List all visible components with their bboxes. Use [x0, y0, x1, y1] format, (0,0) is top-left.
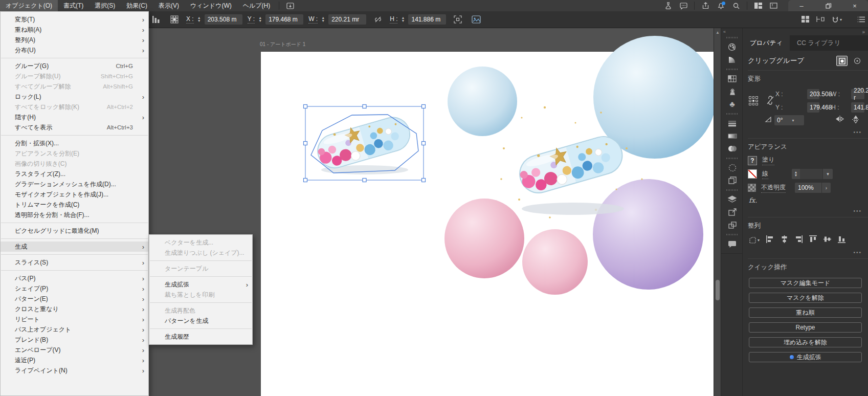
- menu-window[interactable]: ウィンドウ(W): [185, 0, 237, 11]
- menu-item-lock[interactable]: ロック(L)›: [1, 92, 148, 102]
- menu-item-objects-on-path[interactable]: パス上オブジェクト›: [1, 324, 148, 335]
- align-center-horizontal-icon[interactable]: [781, 235, 788, 245]
- menu-item-repeat[interactable]: リピート›: [1, 314, 148, 324]
- release-mask-button[interactable]: マスクを解除: [749, 293, 862, 303]
- scroll-up-icon[interactable]: ▲: [716, 30, 720, 35]
- menu-item-hide[interactable]: 隠す(H)›: [1, 112, 148, 122]
- arrange-documents-icon[interactable]: [802, 15, 809, 25]
- dock-grip[interactable]: [726, 189, 738, 191]
- stroke-panel-icon[interactable]: [721, 117, 743, 129]
- transparency-icon[interactable]: [721, 142, 743, 155]
- capsule-illustration-image[interactable]: [473, 87, 688, 240]
- submenu-item-generate-pattern[interactable]: パターンを生成: [149, 316, 252, 326]
- align-more-options[interactable]: •••: [743, 249, 868, 258]
- menu-item-blend[interactable]: ブレンド(B)›: [1, 335, 148, 345]
- menu-item-transform[interactable]: 変形(T)›: [1, 14, 148, 25]
- submenu-item-generative-expand[interactable]: 生成拡張›: [149, 279, 252, 290]
- pathfinder-icon[interactable]: [721, 161, 743, 174]
- swatch-grid-icon[interactable]: [721, 72, 743, 85]
- beta-flask-icon[interactable]: [660, 0, 676, 11]
- menu-item-slice[interactable]: スライス(S)›: [1, 257, 148, 268]
- isolate-target-icon[interactable]: [852, 56, 863, 66]
- fill-label[interactable]: 塗り: [762, 156, 774, 165]
- dock-grip[interactable]: [726, 113, 738, 115]
- gradient-bar-icon[interactable]: [721, 129, 743, 142]
- minimize-button[interactable]: –: [788, 0, 815, 11]
- comments-icon[interactable]: [721, 237, 743, 250]
- w-input[interactable]: 220.21 mr: [328, 14, 366, 25]
- dock-grip[interactable]: [726, 37, 738, 38]
- y-input[interactable]: 179.468: [807, 102, 819, 113]
- menu-item-pattern[interactable]: パターン(E)›: [1, 294, 148, 304]
- align-to-selection-dropdown[interactable]: ▾: [749, 236, 760, 244]
- gradient-panel-icon[interactable]: [721, 53, 743, 66]
- opacity-options-icon[interactable]: ›: [821, 183, 831, 193]
- h-input[interactable]: 141.886: [851, 102, 864, 113]
- menu-item-pixel-grid[interactable]: ピクセルグリッドに最適化(M): [1, 226, 148, 236]
- symbols-icon[interactable]: ♣: [721, 98, 743, 111]
- scale-corners-icon[interactable]: [451, 15, 464, 24]
- menu-item-arrange[interactable]: 重ね順(A)›: [1, 25, 148, 35]
- menu-object[interactable]: オブジェクト(O): [0, 0, 58, 11]
- reference-point-icon[interactable]: [168, 15, 181, 24]
- y-label[interactable]: Y :: [248, 15, 255, 24]
- w-stepper[interactable]: ▲▼: [320, 14, 326, 25]
- asset-export-icon[interactable]: [721, 218, 743, 231]
- x-stepper[interactable]: ▲▼: [196, 14, 203, 25]
- menu-item-distribute[interactable]: 分布(U)›: [1, 45, 148, 55]
- align-top-icon[interactable]: [809, 235, 817, 245]
- submenu-item-generation-history[interactable]: 生成履歴: [149, 332, 252, 342]
- panel-layout-icon[interactable]: [766, 0, 781, 11]
- unlink-dimensions-icon[interactable]: [371, 16, 385, 23]
- menu-item-align[interactable]: 整列(A)›: [1, 35, 148, 45]
- rotate-angle-select[interactable]: 0° ▾: [774, 115, 804, 125]
- menu-item-mosaic-object[interactable]: モザイクオブジェクトを作成(J)...: [1, 189, 148, 200]
- brushes-icon[interactable]: [721, 85, 743, 98]
- tab-properties[interactable]: プロパティ: [743, 35, 790, 51]
- close-button[interactable]: ×: [841, 0, 868, 11]
- unembed-button[interactable]: 埋め込みを解除: [749, 337, 862, 347]
- menu-help[interactable]: ヘルプ(H): [237, 0, 276, 11]
- menu-item-expand[interactable]: 分割・拡張(X)...: [1, 138, 148, 148]
- menu-item-live-paint[interactable]: ライブペイント(N)›: [1, 365, 148, 376]
- menu-item-gradient-mesh[interactable]: グラデーションメッシュを作成(D)...: [1, 179, 148, 189]
- tab-cc-libraries[interactable]: CC ライブラリ: [790, 35, 848, 51]
- snapping-magnet-icon[interactable]: ▾: [832, 16, 842, 24]
- mask-edit-mode-button[interactable]: マスク編集モード: [749, 278, 862, 288]
- artboard-label[interactable]: 01 - アートボード 1: [260, 41, 305, 48]
- image-trace-icon[interactable]: [470, 15, 483, 24]
- menu-item-group[interactable]: グループ(G)Ctrl+G: [1, 61, 148, 71]
- menu-item-rasterize[interactable]: ラスタライズ(Z)...: [1, 169, 148, 179]
- workspace-switcher-icon[interactable]: [750, 0, 766, 11]
- expand-panels-icon[interactable]: »: [862, 29, 865, 35]
- align-center-vertical-icon[interactable]: [824, 235, 831, 245]
- search-icon[interactable]: [728, 0, 744, 11]
- effects-fx-button[interactable]: fx.: [749, 196, 863, 204]
- retype-button[interactable]: Retype: [749, 322, 862, 333]
- w-label[interactable]: W :: [308, 15, 318, 24]
- flip-vertical-icon[interactable]: [852, 116, 859, 125]
- fill-swatch[interactable]: ?: [748, 156, 757, 165]
- graph-columns-icon[interactable]: [149, 16, 163, 23]
- layers-icon[interactable]: [721, 193, 743, 206]
- constrain-proportions-icon[interactable]: [766, 95, 775, 107]
- capsule-image-selected[interactable]: [304, 105, 425, 182]
- stroke-weight-dropdown[interactable]: ▾: [822, 169, 833, 179]
- scrollbar-thumb[interactable]: [716, 280, 720, 300]
- arrange-button[interactable]: 重ね順: [749, 307, 862, 318]
- menu-effect[interactable]: 効果(C): [121, 0, 153, 11]
- menu-item-trim-marks[interactable]: トリムマークを作成(C): [1, 200, 148, 210]
- restore-button[interactable]: [815, 0, 841, 11]
- h-label[interactable]: H :: [390, 15, 397, 24]
- menu-view[interactable]: 表示(V): [153, 0, 185, 11]
- screen-share-icon[interactable]: [282, 0, 298, 11]
- x-label[interactable]: X :: [186, 15, 194, 24]
- x-input[interactable]: 203.508 m: [205, 14, 242, 25]
- x-input[interactable]: 203.508: [807, 89, 819, 99]
- menu-item-generate[interactable]: 生成›: [1, 241, 148, 252]
- stroke-weight-stepper[interactable]: ▲▼: [792, 169, 800, 179]
- artboards-icon[interactable]: [721, 174, 743, 187]
- align-left-icon[interactable]: [766, 235, 774, 245]
- menu-item-flatten-transparency[interactable]: 透明部分を分割・統合(F)...: [1, 210, 148, 220]
- h-stepper[interactable]: ▲▼: [399, 14, 406, 25]
